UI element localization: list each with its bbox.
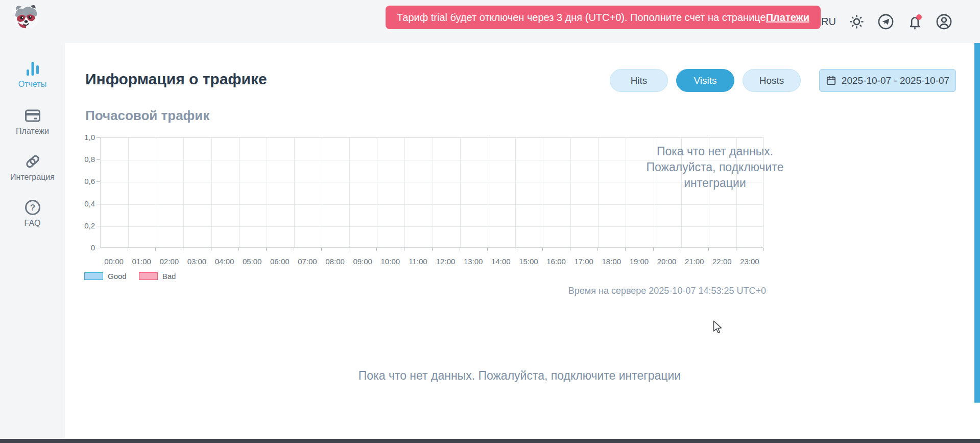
x-axis-tick bbox=[321, 248, 322, 251]
payments-link[interactable]: Платежи bbox=[766, 12, 809, 24]
gridline-horizontal bbox=[101, 204, 763, 205]
x-axis-tick bbox=[183, 248, 183, 251]
gridline-vertical bbox=[433, 138, 433, 247]
x-axis-tick-label: 22:00 bbox=[707, 257, 737, 266]
gridline-vertical bbox=[156, 138, 156, 247]
sidebar-item-label: FAQ bbox=[0, 219, 65, 228]
tab-visits[interactable]: Visits bbox=[676, 69, 734, 92]
legend-item-good[interactable]: Good bbox=[84, 272, 127, 281]
x-axis-tick-label: 00:00 bbox=[99, 257, 129, 266]
sidebar-item-reports[interactable]: Отчеты bbox=[0, 60, 65, 89]
x-axis-tick bbox=[708, 248, 709, 251]
chart-legend: Good Bad bbox=[84, 272, 176, 281]
x-axis-tick bbox=[211, 248, 211, 251]
x-axis-tick bbox=[376, 248, 377, 251]
x-axis-tick bbox=[515, 248, 515, 251]
x-axis-tick-label: 21:00 bbox=[679, 257, 710, 266]
legend-label: Bad bbox=[162, 272, 176, 281]
telegram-icon[interactable] bbox=[877, 13, 894, 30]
x-axis-tick-label: 01:00 bbox=[126, 257, 157, 266]
trial-alert-banner: Тариф trial будет отключен через 3 дня (… bbox=[386, 6, 821, 29]
x-axis-tick bbox=[266, 248, 267, 251]
banner-text: Тариф trial будет отключен через 3 дня (… bbox=[397, 12, 766, 24]
gridline-vertical bbox=[598, 138, 599, 247]
x-axis-tick bbox=[487, 248, 488, 251]
y-axis-tick bbox=[97, 248, 100, 248]
svg-text:?: ? bbox=[30, 203, 35, 213]
legend-swatch bbox=[84, 272, 103, 280]
x-axis-tick-label: 19:00 bbox=[624, 257, 654, 266]
mouse-cursor bbox=[712, 320, 723, 334]
x-axis-tick bbox=[542, 248, 543, 251]
sidebar-item-integration[interactable]: Интеграция bbox=[0, 153, 65, 182]
gridline-vertical bbox=[128, 138, 129, 247]
y-axis-tick-label: 0,2 bbox=[61, 221, 95, 230]
x-axis-tick bbox=[238, 248, 239, 251]
x-axis-tick bbox=[653, 248, 654, 251]
link-icon bbox=[24, 153, 41, 170]
language-selector[interactable]: RU bbox=[821, 16, 836, 28]
sidebar-item-faq[interactable]: ?FAQ bbox=[0, 199, 65, 228]
x-axis-tick-label: 10:00 bbox=[375, 257, 405, 266]
header-actions: RU bbox=[821, 0, 966, 43]
x-axis-tick bbox=[460, 248, 460, 251]
y-axis-tick-label: 0,8 bbox=[61, 155, 95, 164]
x-axis-tick-label: 20:00 bbox=[652, 257, 682, 266]
page-title: Информация о трафике bbox=[85, 71, 267, 88]
x-axis-tick-label: 06:00 bbox=[265, 257, 295, 266]
gridline-vertical bbox=[377, 138, 377, 247]
x-axis-tick-label: 11:00 bbox=[402, 257, 433, 266]
gridline-vertical bbox=[543, 138, 543, 247]
x-axis-tick-label: 16:00 bbox=[541, 257, 571, 266]
x-axis-tick-label: 15:00 bbox=[513, 257, 544, 266]
view-tabs: HitsVisitsHosts bbox=[610, 69, 801, 92]
sun-icon[interactable] bbox=[848, 13, 865, 30]
sidebar-item-label: Отчеты bbox=[0, 80, 65, 89]
logo-raccoon[interactable] bbox=[11, 3, 41, 30]
x-axis-tick-label: 17:00 bbox=[568, 257, 599, 266]
sidebar-item-label: Интеграция bbox=[0, 173, 65, 182]
tab-hits[interactable]: Hits bbox=[610, 69, 668, 92]
question-icon: ? bbox=[24, 199, 41, 216]
calendar-icon bbox=[826, 75, 836, 86]
gridline-vertical bbox=[322, 138, 322, 247]
date-range-picker[interactable]: 2025-10-07 - 2025-10-07 bbox=[819, 69, 956, 92]
sidebar-item-payments[interactable]: Платежи bbox=[0, 107, 65, 136]
x-axis-tick-label: 14:00 bbox=[486, 257, 516, 266]
y-axis-tick-label: 1,0 bbox=[61, 133, 95, 142]
legend-item-bad[interactable]: Bad bbox=[139, 272, 176, 281]
credit-card-icon bbox=[24, 107, 41, 124]
x-axis-tick-label: 12:00 bbox=[431, 257, 461, 266]
gridline-vertical bbox=[404, 138, 405, 247]
tab-hosts[interactable]: Hosts bbox=[743, 69, 801, 92]
gridline-vertical bbox=[267, 138, 267, 247]
x-axis-tick-label: 02:00 bbox=[154, 257, 184, 266]
gridline-vertical bbox=[626, 138, 626, 247]
x-axis-tick-label: 04:00 bbox=[209, 257, 240, 266]
chart-title: Почасовой трафик bbox=[85, 108, 209, 124]
y-axis-tick bbox=[97, 226, 100, 226]
server-time: Время на сервере 2025-10-07 14:53:25 UTC… bbox=[511, 286, 766, 296]
x-axis-tick bbox=[128, 248, 128, 251]
gridline-vertical bbox=[183, 138, 184, 247]
sidebar-item-label: Платежи bbox=[0, 127, 65, 136]
bell-icon[interactable] bbox=[906, 13, 923, 30]
gridline-vertical bbox=[239, 138, 240, 247]
x-axis-tick bbox=[155, 248, 156, 251]
y-axis-tick bbox=[97, 204, 100, 204]
y-axis-tick-label: 0 bbox=[61, 243, 95, 252]
x-axis-tick bbox=[681, 248, 681, 251]
gridline-vertical bbox=[349, 138, 350, 247]
gridline-vertical bbox=[294, 138, 295, 247]
y-axis-tick-label: 0,6 bbox=[61, 177, 95, 185]
x-axis-tick bbox=[736, 248, 736, 251]
user-icon[interactable] bbox=[936, 13, 952, 30]
scrollbar-thumb[interactable] bbox=[974, 43, 980, 403]
x-axis-tick bbox=[404, 248, 404, 251]
x-axis-tick-label: 23:00 bbox=[734, 257, 765, 266]
x-axis-tick-label: 13:00 bbox=[458, 257, 489, 266]
bottom-edge-bar bbox=[0, 439, 980, 443]
y-axis-tick bbox=[97, 159, 100, 160]
x-axis-tick-label: 09:00 bbox=[347, 257, 378, 266]
sidebar: Отчеты Платежи Интеграция ?FAQ bbox=[0, 43, 65, 439]
